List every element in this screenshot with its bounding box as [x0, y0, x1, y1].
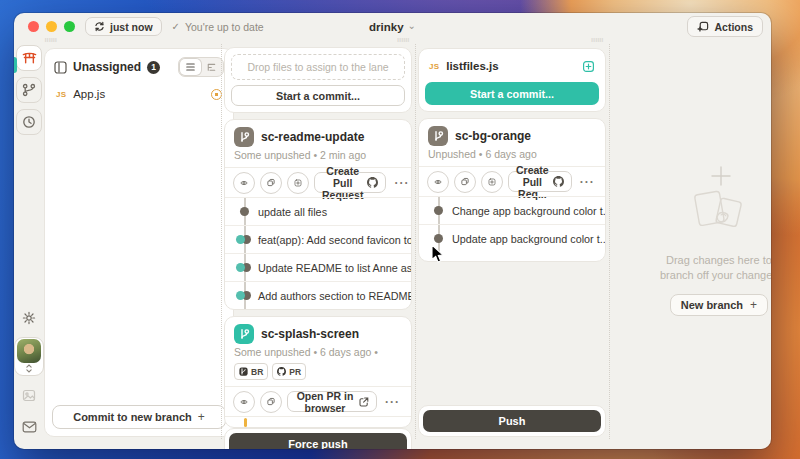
screenshot-button[interactable] — [16, 382, 42, 408]
github-icon — [553, 176, 564, 187]
open-pr-label: Open PR in browser — [295, 390, 355, 414]
history-tab[interactable] — [16, 109, 42, 135]
branch-card-sc-bg-orange: sc-bg-orange Unpushed • 6 days ago — [418, 118, 606, 262]
create-pull-request-button[interactable]: Create Pull Req... — [508, 171, 572, 192]
commit-row[interactable]: feat(app): Add second favicon to ... — [225, 225, 411, 253]
active-workspace-indicator — [14, 57, 17, 73]
branch-name: sc-splash-screen — [261, 327, 359, 341]
project-switcher[interactable]: drinky ⌄ — [369, 21, 416, 33]
branch-header[interactable]: sc-bg-orange Unpushed • 6 days ago — [419, 119, 605, 166]
lane-drag-handle[interactable]: ⠛⠛⠛ — [224, 40, 412, 45]
window-controls — [22, 21, 75, 32]
branch-actions: Open PR in browser ··· — [225, 386, 411, 416]
copy-branch-button[interactable] — [260, 172, 282, 194]
start-commit-button[interactable]: Start a commit... — [425, 82, 599, 105]
sync-icon — [94, 21, 105, 32]
copy-branch-button[interactable] — [454, 171, 476, 193]
account-switcher[interactable] — [14, 337, 44, 376]
drop-hint-line2: branch off your changes — [660, 268, 771, 283]
branch-meta: Unpushed • 6 days ago — [428, 148, 596, 160]
commit-row[interactable]: Change app background color t... — [419, 196, 605, 224]
close-window-button[interactable] — [28, 21, 39, 32]
file-row[interactable]: JS App.js — [52, 83, 226, 105]
lane-separator[interactable] — [221, 44, 222, 439]
new-branch-drop-area[interactable]: Drag changes here to branch off your cha… — [612, 40, 771, 437]
new-branch-button[interactable]: New branch + — [670, 294, 768, 316]
pull-request-badge[interactable]: PR — [272, 363, 306, 380]
list-view-toggle[interactable] — [180, 59, 201, 75]
review-eye-button[interactable] — [233, 391, 255, 413]
drag-handle-icon: ⠛⠛⠛ — [44, 40, 56, 45]
workspace-tab[interactable] — [16, 45, 42, 71]
lane-separator[interactable] — [415, 44, 416, 439]
branch-meta: Some unpushed • 6 days ago • — [234, 346, 402, 358]
force-push-button[interactable]: Force push — [229, 433, 407, 449]
lane-sc-readme: ⠛⠛⠛ Drop files to assign to the lane Sta… — [224, 40, 412, 437]
sync-time-label: just now — [110, 21, 153, 33]
branch-icon — [428, 126, 448, 146]
column-drag-handle[interactable]: ⠛⠛⠛ — [44, 40, 218, 46]
add-to-commit-icon[interactable] — [582, 60, 595, 73]
branch-header[interactable]: sc-readme-update Some unpushed • 2 min a… — [225, 120, 411, 167]
unassigned-column: ⠛⠛⠛ Unassigned 1 — [44, 40, 218, 437]
more-options-button[interactable]: ··· — [577, 175, 598, 189]
feedback-button[interactable] — [16, 414, 42, 440]
file-name: listfiles.js — [446, 60, 498, 72]
commit-row[interactable]: Update README to list Anne as pr... — [225, 253, 411, 281]
add-dependent-branch-button[interactable] — [481, 171, 503, 193]
more-options-icon: ··· — [394, 176, 409, 190]
main-area: ⠛⠛⠛ Unassigned 1 — [14, 40, 771, 449]
review-eye-button[interactable] — [233, 172, 255, 194]
image-icon — [22, 389, 36, 402]
up-to-date-status: ✓ You're up to date — [172, 21, 264, 33]
actions-button[interactable]: Actions — [687, 16, 763, 37]
branch-meta: Some unpushed • 2 min ago — [234, 149, 402, 161]
lane-separator[interactable] — [609, 44, 610, 439]
tree-view-toggle[interactable] — [201, 59, 222, 75]
commit-row[interactable]: update all files — [225, 197, 411, 225]
settings-button[interactable] — [16, 305, 42, 331]
branch-name: sc-bg-orange — [455, 129, 531, 143]
lane-drag-handle[interactable]: ⠛⠛⠛ — [418, 40, 606, 46]
lane-sc-bg-orange: ⠛⠛⠛ JS listfiles.js — [418, 40, 606, 437]
branch-review-badge[interactable]: BR — [234, 363, 268, 380]
commit-message: update all files — [258, 206, 327, 218]
lane-top-card: Drop files to assign to the lane Start a… — [224, 47, 412, 113]
view-toggle-group — [178, 57, 224, 77]
branch-name: sc-readme-update — [261, 130, 364, 144]
commit-to-new-branch-button[interactable]: Commit to new branch + — [52, 405, 226, 429]
create-pull-request-label: Create Pull Request — [322, 165, 363, 201]
br-badge-label: BR — [251, 367, 263, 377]
check-icon: ✓ — [172, 21, 180, 32]
copy-branch-button[interactable] — [260, 391, 282, 413]
assigned-file-row[interactable]: JS listfiles.js — [425, 55, 599, 77]
sync-button[interactable]: just now — [85, 17, 162, 36]
commit-row[interactable]: Add authors section to README file — [225, 281, 411, 309]
create-pull-request-button[interactable]: Create Pull Request — [314, 172, 386, 193]
start-commit-button[interactable]: Start a commit... — [231, 85, 405, 106]
review-eye-button[interactable] — [427, 171, 449, 193]
drop-hint-label: Drop files to assign to the lane — [247, 61, 388, 73]
unassigned-title: Unassigned — [73, 60, 141, 74]
commit-message: Update README to list Anne as pr... — [258, 262, 412, 274]
commit-to-new-branch-label: Commit to new branch — [73, 411, 192, 423]
navigation-rail — [14, 40, 44, 449]
push-button[interactable]: Push — [423, 410, 601, 432]
zoom-window-button[interactable] — [64, 21, 75, 32]
github-icon — [367, 177, 378, 188]
more-options-button[interactable]: ··· — [382, 395, 403, 409]
commit-row[interactable]: Update app background color t... — [419, 224, 605, 252]
js-file-icon: JS — [56, 90, 66, 99]
add-dependent-branch-button[interactable] — [287, 172, 309, 194]
branch-header[interactable]: sc-splash-screen Some unpushed • 6 days … — [225, 317, 411, 386]
mouse-cursor — [431, 244, 445, 264]
minimize-window-button[interactable] — [46, 21, 57, 32]
branches-tab[interactable] — [16, 77, 42, 103]
push-card: Push — [418, 405, 606, 437]
file-drop-zone[interactable]: Drop files to assign to the lane — [231, 54, 405, 80]
open-pr-in-browser-button[interactable]: Open PR in browser — [287, 391, 377, 412]
more-options-button[interactable]: ··· — [391, 176, 412, 190]
actions-icon — [697, 21, 709, 33]
external-link-icon — [359, 397, 369, 407]
branch-icon — [234, 324, 254, 344]
